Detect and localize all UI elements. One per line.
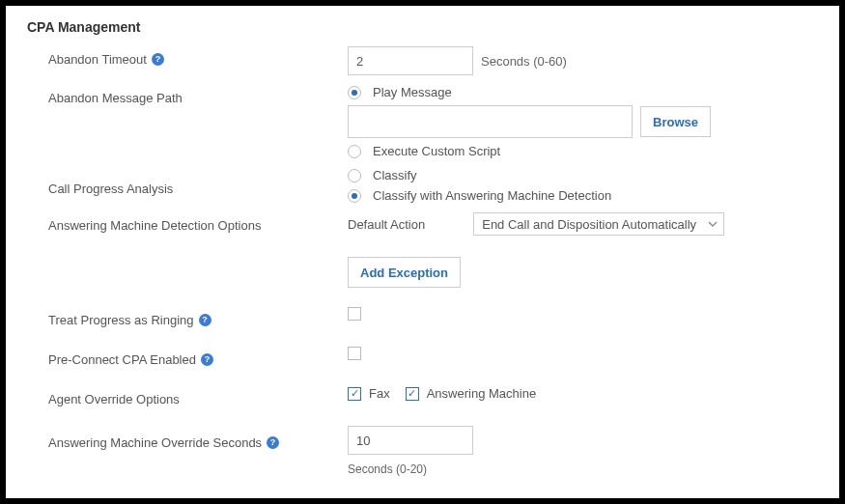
- radio-execute-script-label: Execute Custom Script: [373, 144, 500, 158]
- add-exception-button[interactable]: Add Exception: [348, 257, 461, 288]
- pre-connect-cpa-label: Pre-Connect CPA Enabled: [48, 352, 196, 367]
- pre-connect-cpa-checkbox[interactable]: [348, 347, 361, 360]
- abandon-timeout-unit: Seconds (0-60): [481, 54, 567, 69]
- answering-machine-checkbox-label: Answering Machine: [427, 386, 536, 401]
- am-override-seconds-hint: Seconds (0-20): [348, 462, 839, 476]
- default-action-value: End Call and Disposition Automatically: [482, 217, 696, 232]
- help-icon[interactable]: ?: [267, 436, 279, 449]
- abandon-timeout-label: Abandon Timeout: [48, 52, 147, 67]
- agent-override-label: Agent Override Options: [48, 392, 180, 406]
- help-icon[interactable]: ?: [152, 53, 164, 66]
- amd-options-label: Answering Machine Detection Options: [48, 218, 261, 233]
- radio-classify-amd-label: Classify with Answering Machine Detectio…: [373, 188, 611, 203]
- am-override-seconds-input[interactable]: [348, 426, 473, 455]
- default-action-label: Default Action: [348, 217, 425, 232]
- section-title: CPA Management: [6, 19, 839, 46]
- fax-checkbox[interactable]: [348, 387, 361, 401]
- treat-progress-ringing-label: Treat Progress as Ringing: [48, 313, 194, 327]
- cpa-management-panel: CPA Management Abandon Timeout ? Seconds…: [6, 6, 839, 498]
- radio-classify-amd[interactable]: [348, 189, 361, 203]
- browse-button[interactable]: Browse: [640, 106, 711, 137]
- radio-execute-script[interactable]: [348, 145, 361, 158]
- message-path-input[interactable]: [348, 105, 633, 138]
- help-icon[interactable]: ?: [199, 314, 211, 326]
- am-override-seconds-label: Answering Machine Override Seconds: [48, 435, 262, 450]
- help-icon[interactable]: ?: [201, 353, 213, 366]
- radio-classify-label: Classify: [373, 168, 417, 182]
- fax-checkbox-label: Fax: [369, 386, 390, 401]
- radio-play-message-label: Play Message: [373, 85, 452, 99]
- answering-machine-checkbox[interactable]: [406, 387, 419, 401]
- call-progress-analysis-label: Call Progress Analysis: [48, 182, 173, 196]
- radio-classify[interactable]: [348, 169, 361, 182]
- chevron-down-icon: [708, 219, 718, 229]
- default-action-select[interactable]: End Call and Disposition Automatically: [473, 212, 724, 236]
- abandon-message-path-label: Abandon Message Path: [48, 91, 183, 105]
- radio-play-message[interactable]: [348, 86, 361, 99]
- treat-progress-ringing-checkbox[interactable]: [348, 307, 361, 321]
- abandon-timeout-input[interactable]: [348, 46, 473, 75]
